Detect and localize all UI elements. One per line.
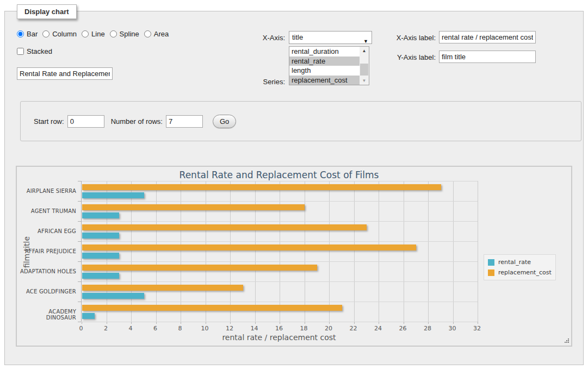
resize-grip-icon[interactable] — [564, 338, 570, 344]
y-axis-label-input[interactable] — [439, 51, 536, 63]
y-category-label: ADAPTATION HOLES — [17, 268, 76, 274]
x-tick-label: 30 — [443, 325, 462, 332]
start-row-input[interactable] — [67, 115, 104, 128]
stacked-row: Stacked — [17, 47, 52, 55]
chart-type-option-line: Line — [82, 30, 105, 38]
legend-swatch-icon — [488, 269, 494, 276]
series-option-length[interactable]: length — [289, 66, 361, 76]
gridline — [305, 181, 305, 322]
chart-type-radio-column[interactable] — [42, 30, 49, 37]
chart-type-label: Line — [91, 30, 105, 38]
legend-item-rental_rate[interactable]: rental_rate — [488, 257, 552, 267]
panel-title: Display chart — [17, 4, 77, 19]
chart-type-radio-line[interactable] — [82, 30, 89, 37]
bar-replacement_cost — [82, 265, 317, 271]
y-category-label: AFRICAN EGG — [17, 228, 76, 234]
x-tick-label: 6 — [146, 325, 165, 332]
series-scrollbar[interactable]: ▲ ▼ — [360, 47, 369, 85]
gridline — [181, 181, 181, 322]
scrollbar-thumb[interactable] — [360, 64, 368, 76]
num-rows-input[interactable] — [166, 115, 203, 128]
gridline — [280, 181, 280, 322]
gridline — [453, 181, 454, 322]
bar-replacement_cost — [82, 244, 416, 250]
x-axis-title: rental rate / replacement cost — [81, 333, 477, 342]
x-tick-label: 10 — [196, 325, 214, 332]
chart-type-radio-spline[interactable] — [110, 30, 117, 37]
x-tick-label: 2 — [97, 325, 115, 332]
bar-replacement_cost — [82, 184, 441, 190]
series-option-replacement_cost[interactable]: replacement_cost — [289, 76, 361, 85]
bar-rental_rate — [82, 293, 144, 299]
legend-item-replacement_cost[interactable]: replacement_cost — [488, 267, 552, 278]
bar-rental_rate — [82, 313, 95, 319]
gridline — [156, 181, 157, 322]
x-tick-label: 16 — [270, 325, 288, 332]
y-tick — [78, 181, 81, 181]
chart-type-option-column: Column — [42, 30, 77, 38]
num-rows-label: Number of rows: — [111, 117, 163, 126]
x-tick-label: 26 — [394, 325, 412, 332]
x-tick-label: 32 — [468, 325, 486, 332]
gridline — [329, 181, 330, 322]
bar-rental_rate — [82, 212, 119, 218]
series-option-rental_duration[interactable]: rental_duration — [289, 47, 361, 57]
bar-replacement_cost — [82, 204, 305, 210]
gridline — [82, 241, 478, 242]
y-tick — [78, 302, 81, 302]
series-multiselect[interactable]: rental_durationrental_ratelengthreplacem… — [289, 46, 369, 85]
bar-replacement_cost — [82, 224, 367, 230]
scroll-down-icon[interactable]: ▼ — [360, 77, 369, 85]
chart-legend: rental_ratereplacement_cost — [484, 254, 556, 280]
legend-label: rental_rate — [498, 259, 531, 266]
x-axis-label-input[interactable] — [439, 31, 536, 43]
gridline — [82, 181, 478, 181]
scroll-up-icon[interactable]: ▲ — [360, 47, 369, 55]
x-tick-label: 18 — [295, 325, 313, 332]
x-tick-label: 14 — [245, 325, 264, 332]
x-tick-label: 24 — [369, 325, 387, 332]
gridline — [478, 181, 478, 322]
stacked-checkbox[interactable] — [17, 48, 24, 55]
y-tick — [78, 322, 81, 322]
chart-type-label: Bar — [27, 30, 38, 38]
chart-type-option-spline: Spline — [110, 30, 139, 38]
gridline — [354, 181, 355, 322]
x-axis-select[interactable]: title ▼ — [289, 31, 372, 44]
plot-area — [81, 181, 478, 322]
start-row-label: Start row: — [34, 117, 64, 126]
chart-type-radio-area[interactable] — [144, 30, 151, 37]
y-category-label: ACADEMY DINOSAUR — [17, 309, 76, 321]
gridline — [404, 181, 404, 322]
y-tick — [78, 261, 81, 262]
chart-title: Rental Rate and Replacement Cost of Film… — [81, 170, 477, 180]
x-tick-label: 4 — [121, 325, 140, 332]
go-button[interactable]: Go — [213, 115, 236, 128]
x-tick-label: 28 — [418, 325, 437, 332]
bar-rental_rate — [82, 233, 119, 239]
legend-swatch-icon — [488, 259, 494, 266]
gridline — [82, 281, 478, 282]
x-axis-selected-value: title — [292, 33, 303, 41]
stacked-label: Stacked — [27, 47, 52, 55]
x-tick — [478, 322, 478, 324]
chart-title-input[interactable] — [17, 67, 113, 80]
legend-label: replacement_cost — [498, 269, 552, 276]
chart-type-option-area: Area — [144, 30, 169, 38]
gridline — [82, 261, 478, 262]
chart-type-radio-bar[interactable] — [17, 30, 24, 37]
bar-rental_rate — [82, 192, 144, 198]
gridline — [206, 181, 206, 322]
series-options: rental_durationrental_ratelengthreplacem… — [289, 47, 369, 85]
chart-type-option-bar: Bar — [17, 30, 38, 38]
chart-container: Rental Rate and Replacement Cost of Film… — [16, 166, 572, 347]
y-axis-label-label: Y-Axis label: — [380, 53, 436, 61]
x-tick-label: 12 — [220, 325, 239, 332]
series-option-rental_rate[interactable]: rental_rate — [289, 57, 361, 66]
x-tick-label: 0 — [72, 325, 90, 332]
bar-rental_rate — [82, 253, 119, 259]
x-tick-label: 22 — [344, 325, 363, 332]
x-tick-label: 20 — [319, 325, 338, 332]
gridline — [131, 181, 132, 322]
bar-replacement_cost — [82, 305, 342, 311]
